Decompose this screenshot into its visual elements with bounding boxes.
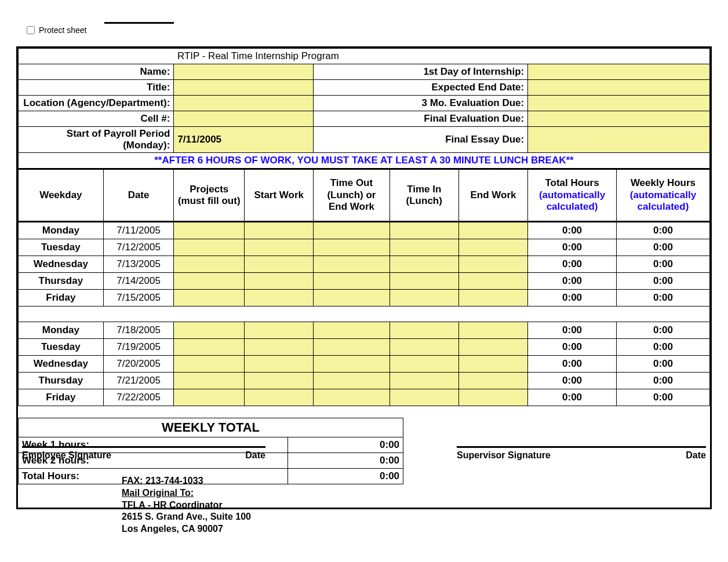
w2r0-projects[interactable]	[174, 322, 245, 339]
w1r1-weekly: 0:00	[616, 239, 709, 256]
employee-signature-date-label: Date	[245, 450, 265, 461]
w1r4-projects[interactable]	[174, 290, 245, 306]
w2r3-start[interactable]	[245, 373, 314, 389]
w2r1-end[interactable]	[458, 339, 527, 356]
decorative-rule	[104, 22, 174, 24]
form-title: RTIP - Real Time Internship Program	[174, 49, 710, 64]
w1r4-timeout[interactable]	[314, 290, 390, 306]
w2r1-start[interactable]	[245, 339, 314, 356]
input-expected-end[interactable]	[528, 80, 710, 96]
w1r4-end[interactable]	[458, 290, 527, 306]
input-final-essay[interactable]	[528, 127, 710, 153]
w2r0-timeout[interactable]	[314, 322, 390, 339]
w1r3-projects[interactable]	[174, 273, 245, 290]
w1r0-end[interactable]	[458, 222, 527, 239]
input-final-eval[interactable]	[528, 111, 710, 127]
protect-sheet-label: Protect sheet	[39, 25, 87, 35]
w1r2-start[interactable]	[245, 256, 314, 273]
label-final-essay: Final Essay Due:	[314, 127, 528, 153]
w1r4-timein[interactable]	[390, 290, 458, 306]
w2r3-end[interactable]	[458, 373, 527, 389]
w1r4-total: 0:00	[528, 290, 617, 306]
w2r4-start[interactable]	[245, 389, 314, 406]
w2r4-end[interactable]	[458, 389, 527, 406]
w2r3-date: 7/21/2005	[103, 373, 174, 389]
col-timeout: Time Out (Lunch) or End Work	[314, 169, 390, 222]
w1r0-projects[interactable]	[174, 222, 245, 239]
w1r3-total: 0:00	[528, 273, 617, 290]
w2r2-end[interactable]	[458, 356, 527, 373]
w1r2-projects[interactable]	[174, 256, 245, 273]
w2r3-timeout[interactable]	[314, 373, 390, 389]
col-end: End Work	[458, 169, 527, 222]
input-eval3[interactable]	[528, 96, 710, 111]
w2r3-total: 0:00	[528, 373, 617, 389]
w2r1-projects[interactable]	[174, 339, 245, 356]
w1r0-start[interactable]	[245, 222, 314, 239]
w2r2-timein[interactable]	[390, 356, 458, 373]
input-cell[interactable]	[174, 111, 314, 127]
w1r4-date: 7/15/2005	[103, 290, 174, 306]
w2r4-projects[interactable]	[174, 389, 245, 406]
totals-title: WEEKLY TOTAL	[19, 418, 403, 437]
w1r2-timeout[interactable]	[314, 256, 390, 273]
w2r3-timein[interactable]	[390, 373, 458, 389]
w2r3-projects[interactable]	[174, 373, 245, 389]
protect-sheet-checkbox[interactable]	[27, 26, 35, 34]
w2r4-total: 0:00	[528, 389, 617, 406]
w2r0-start[interactable]	[245, 322, 314, 339]
w1r1-projects[interactable]	[174, 239, 245, 256]
w1r0-total: 0:00	[528, 222, 617, 239]
w2r2-date: 7/20/2005	[103, 356, 174, 373]
lunch-notice: **AFTER 6 HOURS OF WORK, YOU MUST TAKE A…	[19, 153, 710, 169]
col-date: Date	[103, 169, 174, 222]
col-total-hours-note: (automatically calculated)	[532, 189, 613, 213]
week-gap	[19, 306, 710, 322]
label-location: Location (Agency/Department):	[19, 96, 174, 111]
signature-block: Employee Signature Date Supervisor Signa…	[22, 446, 706, 461]
w2r1-date: 7/19/2005	[103, 339, 174, 356]
input-first-day[interactable]	[528, 64, 710, 80]
w2r1-weekday: Tuesday	[19, 339, 104, 356]
w2r2-start[interactable]	[245, 356, 314, 373]
employee-signature-label: Employee Signature	[22, 450, 111, 461]
input-name[interactable]	[174, 64, 314, 80]
w2r4-timein[interactable]	[390, 389, 458, 406]
w1r2-timein[interactable]	[390, 256, 458, 273]
w1r2-weekday: Wednesday	[19, 256, 104, 273]
w1r3-timein[interactable]	[390, 273, 458, 290]
input-payroll-start[interactable]: 7/11/2005	[174, 127, 314, 153]
title-spacer	[19, 49, 174, 64]
w1r1-timein[interactable]	[390, 239, 458, 256]
col-start: Start Work	[245, 169, 314, 222]
label-payroll-start: Start of Payroll Period (Monday):	[19, 127, 174, 153]
w2r1-timein[interactable]	[390, 339, 458, 356]
w2r0-date: 7/18/2005	[103, 322, 174, 339]
w2r0-weekday: Monday	[19, 322, 104, 339]
w1r1-timeout[interactable]	[314, 239, 390, 256]
mail-line-2: 2615 S. Grand Ave., Suite 100	[122, 511, 251, 523]
w1r2-end[interactable]	[458, 256, 527, 273]
w1r1-end[interactable]	[458, 239, 527, 256]
w1r2-date: 7/13/2005	[103, 256, 174, 273]
protect-sheet-checkbox-row: Protect sheet	[24, 24, 87, 36]
w2r0-timein[interactable]	[390, 322, 458, 339]
w1r4-start[interactable]	[245, 290, 314, 306]
col-weekday: Weekday	[19, 169, 104, 222]
w1r0-timeout[interactable]	[314, 222, 390, 239]
w1r1-start[interactable]	[245, 239, 314, 256]
input-location[interactable]	[174, 96, 314, 111]
w2r4-timeout[interactable]	[314, 389, 390, 406]
w2r1-timeout[interactable]	[314, 339, 390, 356]
input-title[interactable]	[174, 80, 314, 96]
w1r0-timein[interactable]	[390, 222, 458, 239]
w1r3-end[interactable]	[458, 273, 527, 290]
w2r2-projects[interactable]	[174, 356, 245, 373]
w1r2-total: 0:00	[528, 256, 617, 273]
w2r1-total: 0:00	[528, 339, 617, 356]
col-projects: Projects (must fill out)	[174, 169, 245, 222]
w2r2-timeout[interactable]	[314, 356, 390, 373]
w1r3-timeout[interactable]	[314, 273, 390, 290]
w2r0-end[interactable]	[458, 322, 527, 339]
w1r3-start[interactable]	[245, 273, 314, 290]
